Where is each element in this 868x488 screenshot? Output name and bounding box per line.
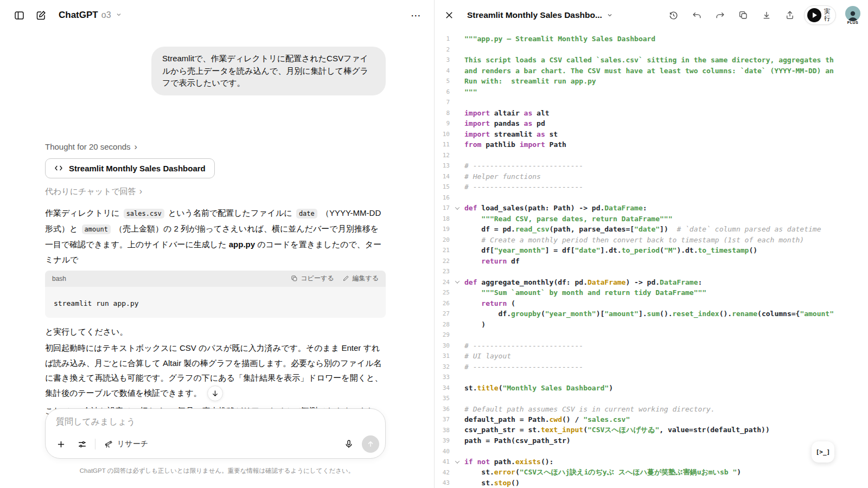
code-token: # --------------------------: [464, 183, 583, 191]
brand-name: ChatGPT: [59, 10, 98, 21]
code-line-14[interactable]: 14# Helper functions: [435, 171, 868, 182]
code-token: rename: [732, 310, 757, 318]
code-token: aggregate_monthly: [477, 278, 553, 286]
code-line-36[interactable]: 36# Default path assumes CSV is in curre…: [435, 404, 868, 415]
code-token: ].dt.: [600, 246, 621, 254]
code-line-31[interactable]: 31# UI layout: [435, 351, 868, 362]
undo-button[interactable]: [691, 10, 702, 21]
code-line-22[interactable]: 22 return df: [435, 256, 868, 267]
code-line-32[interactable]: 32# --------------------------: [435, 362, 868, 373]
answer-in-chat-link[interactable]: 代わりにチャットで回答 ›: [45, 187, 142, 197]
code-line-38[interactable]: 38csv_path_str = st.text_input("CSVスへほハげ…: [435, 425, 868, 436]
code-line-1[interactable]: 1"""app.py — Streamlit Monthly Sales Das…: [435, 34, 868, 44]
model-switcher[interactable]: ChatGPT o3: [59, 10, 122, 21]
code-line-24[interactable]: 24def aggregate_monthly(df: pd.DataFrame…: [435, 277, 868, 288]
code-line-13[interactable]: 13# --------------------------: [435, 160, 868, 171]
code-line-35[interactable]: 35: [435, 393, 868, 404]
code-line-16[interactable]: 16: [435, 192, 868, 203]
bash-code-block: bash コピーする 編集する streamlit run app.py: [45, 271, 386, 318]
code-line-2[interactable]: 2: [435, 44, 868, 55]
run-button[interactable]: 実行: [804, 5, 836, 25]
version-history-button[interactable]: [668, 10, 679, 21]
line-number: 43: [435, 479, 450, 486]
code-line-5[interactable]: 5Run with: streamlit run app.py: [435, 76, 868, 87]
code-token: )[: [596, 310, 605, 318]
code-line-37[interactable]: 37default_path = Path.cwd() / "sales.csv…: [435, 414, 868, 425]
code-token: sum: [647, 310, 660, 318]
canvas-document-chip[interactable]: Streamlit Monthly Sales Dashboard: [45, 158, 215, 178]
code-token: "CSVスへほハj訣えiのぢyぶ スへほハ蔓が笑塾ぶ害鍋uおmいsb ": [520, 468, 737, 476]
account-menu[interactable]: PLUS: [845, 6, 860, 24]
tools-button[interactable]: [74, 436, 90, 452]
code-line-19[interactable]: 19 df = pd.read_csv(path, parse_dates=["…: [435, 224, 868, 235]
edit-code-button[interactable]: 編集する: [342, 274, 379, 283]
canvas-panel: Streamlit Monthly Sales Dashbo...: [434, 0, 868, 488]
edit-icon: [342, 275, 349, 282]
code-line-6[interactable]: 6""": [435, 87, 868, 98]
code-token: "year_month": [494, 246, 545, 254]
fold-chevron-icon[interactable]: [450, 280, 464, 284]
code-token: import: [464, 119, 490, 127]
code-line-17[interactable]: 17def load_sales(path: Path) -> pd.DataF…: [435, 203, 868, 214]
code-line-10[interactable]: 10import streamlit as st: [435, 129, 868, 140]
copy-canvas-button[interactable]: [738, 10, 749, 21]
code-line-25[interactable]: 25 """Sum `amount` by month and return t…: [435, 287, 868, 298]
code-token: csv_path_str = st.: [464, 426, 541, 434]
code-block-content[interactable]: streamlit run app.py: [45, 287, 386, 318]
code-editor[interactable]: 1"""app.py — Streamlit Monthly Sales Das…: [435, 30, 868, 488]
close-canvas-button[interactable]: [442, 8, 456, 22]
ellipsis-icon[interactable]: ⋯: [411, 9, 422, 22]
code-line-28[interactable]: 28 ): [435, 319, 868, 330]
code-line-26[interactable]: 26 return (: [435, 298, 868, 309]
share-button[interactable]: [784, 10, 795, 21]
attach-button[interactable]: [53, 436, 69, 452]
code-token: ().: [660, 310, 672, 318]
code-line-33[interactable]: 33: [435, 372, 868, 383]
scroll-to-bottom-button[interactable]: [207, 386, 223, 401]
code-token: "Monthly Sales Dashboard": [502, 384, 609, 392]
code-line-20[interactable]: 20 # Create a monthly period then conver…: [435, 235, 868, 246]
console-toggle-button[interactable]: [>_]: [812, 441, 834, 463]
code-line-23[interactable]: 23: [435, 266, 868, 277]
code-line-3[interactable]: 3This script loads a CSV called `sales.c…: [435, 55, 868, 66]
code-line-43[interactable]: 43 st.stop(): [435, 478, 868, 488]
chat-input[interactable]: 質問してみましょう: [56, 416, 136, 428]
line-number: 17: [435, 204, 450, 211]
code-line-41[interactable]: 41if not path.exists():: [435, 457, 868, 467]
thought-toggle[interactable]: Thought for 20 seconds ›: [45, 142, 137, 152]
line-number: 32: [435, 363, 450, 370]
code-line-11[interactable]: 11from pathlib import Path: [435, 139, 868, 150]
chat-composer[interactable]: 質問してみましょう リサーチ: [45, 408, 386, 459]
code-line-15[interactable]: 15# --------------------------: [435, 182, 868, 192]
line-number: 12: [435, 152, 450, 159]
line-number: 13: [435, 162, 450, 169]
code-line-34[interactable]: 34st.title("Monthly Sales Dashboard"): [435, 383, 868, 394]
code-token: st.: [464, 479, 494, 487]
fold-chevron-icon[interactable]: [450, 207, 464, 210]
code-line-4[interactable]: 4and renders a bar chart. The CSV must h…: [435, 66, 868, 76]
copy-code-button[interactable]: コピーする: [291, 274, 334, 283]
code-line-8[interactable]: 8import altair as alt: [435, 108, 868, 119]
code-line-27[interactable]: 27 df.groupby("year_month")["amount"].su…: [435, 309, 868, 319]
code-line-30[interactable]: 30# --------------------------: [435, 341, 868, 351]
download-button[interactable]: [761, 10, 772, 21]
compose-icon[interactable]: [34, 8, 48, 22]
research-button[interactable]: リサーチ: [100, 437, 151, 451]
fold-chevron-icon[interactable]: [450, 460, 464, 464]
code-line-9[interactable]: 9import pandas as pd: [435, 118, 868, 129]
canvas-title-menu[interactable]: Streamlit Monthly Sales Dashbo...: [467, 10, 613, 20]
code-line-40[interactable]: 40: [435, 446, 868, 457]
code-line-21[interactable]: 21 df["year_month"] = df["date"].dt.to_p…: [435, 245, 868, 256]
sidebar-toggle-icon[interactable]: [12, 8, 26, 22]
code-line-29[interactable]: 29: [435, 330, 868, 341]
code-token: "sales.csv": [583, 415, 630, 423]
mic-icon: [344, 439, 354, 449]
dictate-button[interactable]: [341, 436, 357, 452]
code-line-12[interactable]: 12: [435, 150, 868, 161]
code-line-7[interactable]: 7: [435, 97, 868, 108]
code-line-18[interactable]: 18 """Read CSV, parse dates, return Data…: [435, 214, 868, 224]
send-button[interactable]: [362, 435, 379, 453]
redo-button[interactable]: [714, 10, 725, 21]
code-line-42[interactable]: 42 st.error("CSVスへほハj訣えiのぢyぶ スへほハ蔓が笑塾ぶ害鍋…: [435, 467, 868, 478]
code-line-39[interactable]: 39path = Path(csv_path_str): [435, 435, 868, 446]
